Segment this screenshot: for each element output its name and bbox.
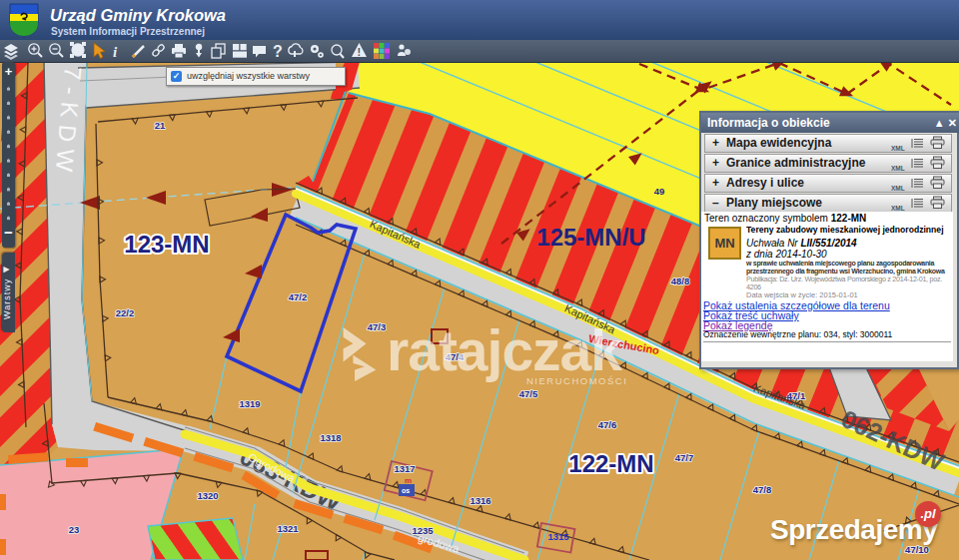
- svg-text:1320: 1320: [197, 490, 218, 501]
- svg-text:48/8: 48/8: [671, 276, 690, 286]
- svg-text:47/2: 47/2: [289, 291, 308, 302]
- svg-text:122-MN: 122-MN: [568, 450, 653, 477]
- svg-text:125-MN/U: 125-MN/U: [536, 224, 645, 251]
- svg-text:os: os: [402, 487, 410, 494]
- svg-text:m: m: [405, 476, 412, 485]
- svg-text:?: ?: [273, 43, 283, 60]
- svg-text:!: !: [358, 46, 362, 58]
- svg-text:21: 21: [155, 120, 166, 131]
- svg-text:23: 23: [69, 524, 80, 535]
- svg-text:1319: 1319: [239, 398, 260, 409]
- svg-text:1318: 1318: [320, 432, 341, 443]
- svg-text:47/3: 47/3: [368, 321, 387, 332]
- svg-text:1321: 1321: [277, 523, 299, 534]
- svg-text:1317: 1317: [394, 463, 415, 474]
- svg-text:22/2: 22/2: [116, 307, 135, 318]
- svg-text:47/6: 47/6: [598, 419, 617, 430]
- svg-text:47/8: 47/8: [753, 484, 772, 495]
- svg-text:47/5: 47/5: [519, 388, 538, 399]
- svg-text:i: i: [113, 44, 118, 60]
- svg-text:49: 49: [654, 186, 665, 197]
- svg-text:1315: 1315: [547, 531, 569, 542]
- svg-text:1316: 1316: [470, 495, 490, 506]
- svg-text:47/7: 47/7: [675, 452, 694, 463]
- svg-text:123-MN: 123-MN: [124, 231, 209, 258]
- svg-text:47/4: 47/4: [446, 351, 465, 362]
